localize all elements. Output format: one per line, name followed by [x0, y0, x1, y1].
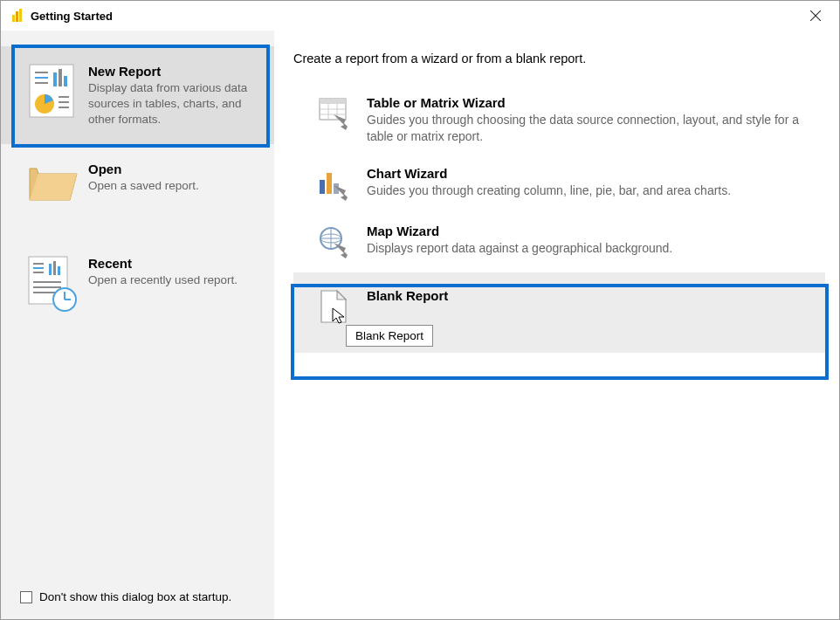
svg-rect-35 — [320, 180, 325, 194]
app-icon — [10, 9, 24, 23]
sidebar: New Report Display data from various dat… — [1, 31, 274, 619]
sidebar-item-desc: Open a recently used report. — [88, 272, 238, 288]
sidebar-item-recent[interactable]: Recent Open a recently used report. — [1, 238, 274, 333]
map-wizard-icon — [316, 224, 353, 260]
option-table-matrix-wizard[interactable]: Table or Matrix Wizard Guides you throug… — [293, 86, 825, 157]
option-map-wizard[interactable]: Map Wizard Displays report data against … — [293, 215, 825, 272]
cursor-icon — [332, 307, 348, 325]
sidebar-item-open[interactable]: Open Open a saved report. — [1, 144, 274, 238]
sidebar-item-desc: Open a saved report. — [88, 178, 199, 194]
svg-rect-9 — [53, 72, 57, 86]
chart-wizard-icon — [316, 166, 353, 203]
startup-checkbox-label: Don't show this dialog box at startup. — [39, 590, 231, 603]
footer: Don't show this dialog box at startup. — [1, 575, 274, 619]
option-desc: Guides you through creating column, line… — [367, 183, 731, 199]
open-folder-icon — [25, 162, 81, 223]
option-desc: Guides you through choosing the data sou… — [367, 112, 815, 145]
titlebar: Getting Started — [1, 1, 839, 31]
close-button[interactable] — [801, 1, 830, 31]
svg-rect-1 — [16, 11, 18, 22]
option-chart-wizard[interactable]: Chart Wizard Guides you through creating… — [293, 157, 825, 215]
window-title: Getting Started — [31, 10, 113, 23]
sidebar-item-title: New Report — [88, 64, 260, 79]
sidebar-item-desc: Display data from various data sources i… — [88, 80, 260, 128]
option-blank-report[interactable]: Blank Report Blank Report — [293, 272, 825, 353]
content-pane: Create a report from a wizard or from a … — [274, 31, 839, 619]
svg-rect-36 — [327, 173, 332, 194]
new-report-icon — [25, 64, 81, 125]
option-title: Blank Report — [367, 288, 448, 303]
startup-checkbox[interactable] — [20, 591, 32, 603]
recent-icon — [25, 256, 81, 317]
svg-rect-0 — [12, 15, 15, 22]
sidebar-item-title: Open — [88, 162, 199, 176]
svg-rect-22 — [58, 266, 60, 275]
svg-rect-20 — [49, 264, 52, 275]
svg-rect-11 — [64, 76, 67, 86]
sidebar-item-title: Recent — [88, 256, 238, 271]
option-title: Chart Wizard — [367, 166, 731, 181]
svg-rect-30 — [320, 99, 346, 104]
sidebar-item-new-report[interactable]: New Report Display data from various dat… — [1, 46, 274, 144]
svg-rect-10 — [59, 69, 62, 86]
close-icon — [810, 10, 821, 21]
option-desc: Displays report data against a geographi… — [367, 240, 672, 257]
tooltip: Blank Report — [346, 325, 433, 347]
content-heading: Create a report from a wizard or from a … — [293, 52, 825, 65]
table-matrix-icon — [316, 95, 353, 132]
blank-report-icon — [316, 288, 353, 325]
main-area: New Report Display data from various dat… — [1, 31, 839, 619]
option-title: Map Wizard — [367, 224, 672, 238]
option-title: Table or Matrix Wizard — [367, 95, 815, 110]
svg-rect-2 — [19, 9, 22, 22]
svg-rect-21 — [53, 261, 56, 275]
